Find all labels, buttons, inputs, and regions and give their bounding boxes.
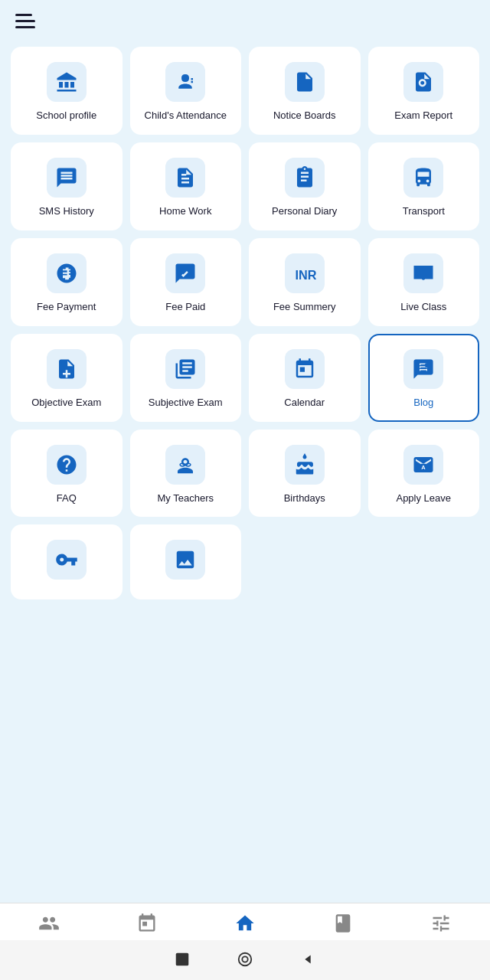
nav-home[interactable] [234, 913, 256, 934]
header [0, 0, 490, 39]
card-childs-attendance[interactable]: Child's Attendance [130, 47, 242, 135]
blog-icon [403, 349, 443, 389]
nav-book[interactable] [332, 913, 354, 934]
birthdays-label: Birthdays [284, 492, 325, 505]
faq-icon [47, 445, 87, 485]
svg-rect-7 [176, 953, 189, 966]
my-teachers-icon [165, 445, 205, 485]
school-profile-icon [47, 62, 87, 102]
nav-calendar[interactable] [136, 913, 158, 934]
key-icon [47, 540, 87, 580]
card-key[interactable] [11, 524, 122, 599]
system-nav-bar [0, 940, 490, 980]
card-birthdays[interactable]: Birthdays [249, 430, 361, 518]
home-work-icon [165, 158, 205, 198]
svg-point-8 [239, 953, 252, 966]
fee-paid-label: Fee Paid [165, 301, 205, 314]
nav-settings[interactable] [430, 913, 452, 934]
sms-history-icon [47, 158, 87, 198]
live-class-label: Live Class [400, 301, 446, 314]
exam-report-label: Exam Report [394, 109, 452, 122]
childs-attendance-label: Child's Attendance [145, 109, 227, 122]
calendar-label: Calendar [284, 397, 325, 410]
card-exam-report[interactable]: Exam Report [368, 47, 480, 135]
card-objective-exam[interactable]: Objective Exam [11, 334, 122, 422]
card-personal-diary[interactable]: Personal Diary [249, 142, 361, 230]
feature-grid: School profile Child's Attendance Notice… [11, 47, 479, 599]
my-teachers-label: My Teachers [158, 492, 214, 505]
card-school-profile[interactable]: School profile [11, 47, 122, 135]
birthdays-icon [285, 445, 325, 485]
notice-boards-label: Notice Boards [273, 109, 336, 122]
grid-container: School profile Child's Attendance Notice… [0, 39, 490, 897]
card-apply-leave[interactable]: A Apply Leave [368, 430, 480, 518]
faq-label: FAQ [57, 492, 77, 505]
blog-label: Blog [413, 397, 433, 410]
transport-icon [403, 158, 443, 198]
personal-diary-label: Personal Diary [272, 205, 337, 218]
objective-exam-icon [47, 349, 87, 389]
svg-text:A: A [422, 464, 426, 471]
sys-back-button[interactable] [174, 951, 191, 971]
card-live-class[interactable]: Live Class [368, 238, 480, 326]
notice-boards-icon [285, 62, 325, 102]
apply-leave-label: Apply Leave [396, 492, 451, 505]
objective-exam-label: Objective Exam [31, 397, 101, 410]
bottom-nav [0, 903, 490, 940]
svg-text:INR: INR [295, 267, 316, 281]
nav-people[interactable] [38, 913, 60, 934]
card-fee-paid[interactable]: Fee Paid [130, 238, 242, 326]
fee-payment-label: Fee Payment [37, 301, 96, 314]
fee-summery-label: Fee Summery [273, 301, 336, 314]
card-gallery[interactable] [130, 524, 242, 599]
subjective-exam-icon [165, 349, 205, 389]
card-transport[interactable]: Transport [368, 142, 480, 230]
card-faq[interactable]: FAQ [11, 430, 122, 518]
card-subjective-exam[interactable]: Subjective Exam [130, 334, 242, 422]
subjective-exam-label: Subjective Exam [149, 397, 223, 410]
live-class-icon [403, 253, 443, 293]
calendar-icon [285, 349, 325, 389]
card-my-teachers[interactable]: My Teachers [130, 430, 242, 518]
apply-leave-icon: A [403, 445, 443, 485]
transport-label: Transport [403, 205, 445, 218]
card-fee-summery[interactable]: INR Fee Summery [249, 238, 361, 326]
card-sms-history[interactable]: SMS History [11, 142, 122, 230]
exam-report-icon [403, 62, 443, 102]
childs-attendance-icon [165, 62, 205, 102]
sys-recent-button[interactable] [299, 951, 316, 971]
card-home-work[interactable]: Home Work [130, 142, 242, 230]
hamburger-menu[interactable] [15, 14, 35, 28]
card-blog[interactable]: Blog [368, 334, 480, 422]
home-work-label: Home Work [159, 205, 211, 218]
personal-diary-icon [285, 158, 325, 198]
fee-paid-icon [165, 253, 205, 293]
fee-payment-icon [47, 253, 87, 293]
svg-marker-10 [305, 956, 310, 964]
school-profile-label: School profile [36, 109, 96, 122]
card-calendar[interactable]: Calendar [249, 334, 361, 422]
card-notice-boards[interactable]: Notice Boards [249, 47, 361, 135]
sms-history-label: SMS History [39, 205, 94, 218]
fee-summery-icon: INR [285, 253, 325, 293]
card-fee-payment[interactable]: Fee Payment [11, 238, 122, 326]
sys-home-button[interactable] [237, 951, 253, 971]
svg-point-9 [242, 956, 247, 962]
gallery-icon [165, 540, 205, 580]
